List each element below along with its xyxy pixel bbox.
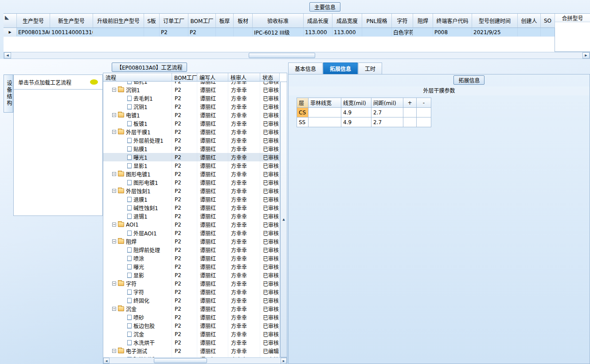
tree-row[interactable]: 水洗烘干P2谭丽红方幸幸已审核 (103, 338, 280, 347)
column-header-5[interactable]: 订单工厂 (160, 14, 188, 28)
tree-scroll-right-button[interactable]: ▶ (281, 358, 287, 364)
tree-column-header-1[interactable]: 流程 (103, 73, 172, 82)
tree-row[interactable]: −字符P2谭丽红方幸幸已审核 (103, 279, 280, 288)
tree-hscroll-track[interactable] (109, 358, 281, 364)
tree-row[interactable]: 显影1P2谭丽红方幸幸已审核 (103, 161, 280, 170)
tree-row[interactable]: 退锡1P2谭丽红方幸幸已审核 (103, 212, 280, 220)
hscroll-thumb[interactable] (249, 53, 315, 58)
tree-row[interactable]: −电镀1P2谭丽红方幸幸已审核 (103, 111, 280, 119)
column-header-18[interactable]: SO (541, 14, 555, 28)
collapse-expander-icon[interactable]: − (112, 349, 116, 353)
tree-row[interactable]: 沉铜1P2谭丽红方幸幸已审核 (103, 102, 280, 111)
main-row-cell-4 (144, 28, 160, 36)
collapse-expander-icon[interactable]: − (112, 113, 116, 117)
tab-2[interactable]: 拓展信息 (323, 63, 358, 74)
collapse-expander-icon[interactable]: − (112, 307, 116, 311)
tree-row[interactable]: 喷砂P2谭丽红方幸幸已审核 (103, 313, 280, 321)
tree-hscroll-thumb[interactable] (154, 358, 207, 363)
column-header-1[interactable]: 生产型号 (17, 14, 50, 28)
param-row[interactable]: SS4.92.7 (297, 117, 431, 127)
tree-row[interactable]: 去毛刺1P2谭丽红方幸幸已审核 (103, 94, 280, 102)
tree-row[interactable]: 曝光1P2谭丽红方幸幸已审核 (103, 153, 280, 161)
tree-row[interactable]: −外层蚀刻1P2谭丽红方幸幸已审核 (103, 187, 280, 195)
scroll-right-button[interactable]: ▶ (582, 52, 590, 59)
tree-row[interactable]: 钻孔1P2谭丽红方幸幸已审核 (103, 82, 280, 86)
scroll-left-button[interactable]: ◀ (4, 52, 11, 59)
device-structure-tab[interactable]: 设备结构 (4, 74, 13, 113)
column-header-8[interactable]: 板材 (234, 14, 253, 28)
column-header-11[interactable]: 成品宽度 (332, 14, 362, 28)
collapse-expander-icon[interactable]: − (112, 239, 116, 243)
param-column-header-6[interactable]: - (417, 98, 431, 108)
tree-node-cell: 钻孔1 (103, 82, 172, 86)
tree-row[interactable]: 外层AOI1P2谭丽红方幸幸已审核 (103, 229, 280, 237)
load-process-hint[interactable]: 单击节点加载工艺流程 (14, 75, 102, 90)
collapse-expander-icon[interactable]: − (112, 130, 116, 134)
tree-row[interactable]: 板边包胶P2谭丽红方幸幸已审核 (103, 321, 280, 330)
param-row[interactable]: CS4.92.7 (297, 108, 431, 117)
tree-cell-bom-factory: P2 (172, 220, 197, 229)
collapse-expander-icon[interactable]: − (112, 88, 116, 92)
column-header-14[interactable]: 阻焊 (413, 14, 433, 28)
collapse-expander-icon[interactable]: − (112, 172, 116, 176)
column-header-9[interactable]: 验收标准 (253, 14, 304, 28)
tree-row[interactable]: −外层干膜1P2谭丽红方幸幸已审核 (103, 128, 280, 136)
tree-cell-reviewer: 方幸幸 (228, 145, 260, 153)
collapse-expander-icon[interactable]: − (112, 189, 116, 193)
tree-row[interactable]: 退膜1P2谭丽红方幸幸已审核 (103, 195, 280, 204)
tree-column-header-2[interactable]: BOM工厂 (172, 73, 197, 82)
document-icon (127, 256, 132, 261)
tree-row[interactable]: 字符P2谭丽红方幸幸已审核 (103, 288, 280, 296)
main-grid-hscrollbar[interactable]: ◀ ▶ (4, 52, 590, 59)
merge-model-header[interactable]: 合拼型号 (555, 14, 590, 22)
tree-row[interactable]: −沉铜1P2谭丽红方幸幸已审核 (103, 86, 280, 94)
column-header-13[interactable]: 字符 (392, 14, 413, 28)
param-column-header-5[interactable]: + (403, 98, 417, 108)
hscroll-track[interactable] (11, 52, 582, 59)
column-header-12[interactable]: PNL规格 (362, 14, 392, 28)
tree-row[interactable]: 终固化P2谭丽红方幸幸已审核 (103, 296, 280, 305)
node-label: 喷涂 (133, 254, 144, 262)
tree-row[interactable]: −沉金P2谭丽红方幸幸已审核 (103, 305, 280, 313)
column-header-3[interactable]: 升级前旧生产型号 (93, 14, 144, 28)
tree-hscrollbar[interactable]: ◀ ▶ (103, 357, 287, 364)
tree-row[interactable]: −阻焊P2谭丽红方幸幸已审核 (103, 237, 280, 246)
node-label: 喷砂 (133, 313, 144, 321)
tab-1[interactable]: 基本信息 (288, 63, 323, 74)
tree-row[interactable]: 碱性蚀刻1P2谭丽红方幸幸已审核 (103, 204, 280, 212)
column-header-16[interactable]: 型号创建时间 (472, 14, 518, 28)
collapse-expander-icon[interactable]: − (112, 282, 116, 286)
main-info-row[interactable]: ▶ EP008013A010011400013160P2P2IPC-6012 I… (4, 28, 555, 37)
tree-row[interactable]: 图形电镀1P2谭丽红方幸幸已审核 (103, 178, 280, 187)
tree-column-header-5[interactable]: 状态 (260, 73, 280, 82)
tree-cell-writer: 谭丽红 (197, 178, 228, 187)
tree-row[interactable]: 喷涂P2谭丽红方幸幸已审核 (103, 254, 280, 262)
tab-3[interactable]: 工时 (358, 63, 382, 74)
tree-row[interactable]: 沉金P2谭丽红方幸幸已审核 (103, 330, 280, 338)
tree-vscrollbar[interactable]: ▲ ▼ (280, 82, 287, 357)
tree-row[interactable]: 板镀1P2谭丽红方幸幸已审核 (103, 119, 280, 128)
column-header-10[interactable]: 成品长度 (304, 14, 332, 28)
tree-row[interactable]: −电子测试P2谭丽红方幸幸已编辑 (103, 347, 280, 355)
tree-row[interactable]: −图形电镀1P2谭丽红方幸幸已审核 (103, 170, 280, 178)
tree-row[interactable]: −AOI1P2谭丽红方幸幸已审核 (103, 220, 280, 229)
column-header-17[interactable]: 创建人 (518, 14, 541, 28)
tree-column-header-3[interactable]: 编写人 (197, 73, 228, 82)
tree-scroll-left-button[interactable]: ◀ (103, 358, 109, 364)
tree-row[interactable]: 显影P2谭丽红方幸幸已审核 (103, 271, 280, 279)
column-header-2[interactable]: 新生产型号 (50, 14, 93, 28)
tree-row[interactable]: 曝光P2谭丽红方幸幸已审核 (103, 262, 280, 271)
grid-corner-cell[interactable]: ◣ (4, 14, 17, 28)
tree-row[interactable]: 外层前处理1P2谭丽红方幸幸已审核 (103, 136, 280, 145)
scroll-up-button[interactable]: ▲ (280, 82, 287, 357)
main-row-cell-3 (93, 28, 144, 36)
column-header-15[interactable]: 终端客户代码 (433, 14, 472, 28)
collapse-expander-icon[interactable]: − (112, 223, 116, 227)
column-header-7[interactable]: 板厚 (216, 14, 234, 28)
tree-row[interactable]: 阻焊前处理P2谭丽红方幸幸已审核 (103, 246, 280, 254)
tree-column-header-4[interactable]: 核审人 (228, 73, 260, 82)
tree-row[interactable]: 贴膜1P2谭丽红方幸幸已审核 (103, 145, 280, 153)
column-header-6[interactable]: BOM工厂 (188, 14, 216, 28)
column-header-4[interactable]: S板 (144, 14, 160, 28)
node-label: 板边包胶 (133, 322, 155, 329)
